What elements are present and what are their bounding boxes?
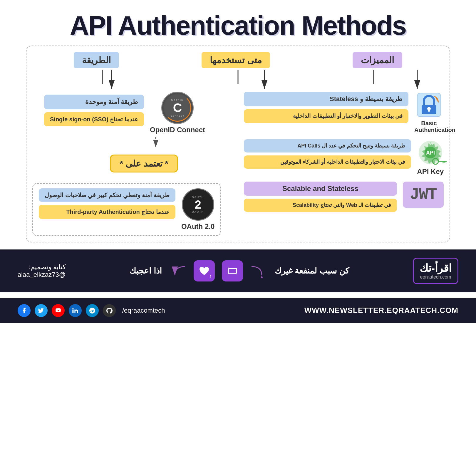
social-handle: /eqraacomtech xyxy=(122,307,165,314)
basic-auth-section: طريقة بسيطة و Stateless في بيئات التطوير… xyxy=(244,92,444,133)
facebook-icon[interactable] xyxy=(18,304,31,317)
like-count: 1 xyxy=(209,274,212,279)
col-advantage-header: المميزات xyxy=(353,52,402,68)
jwt-display: JWT xyxy=(403,182,444,208)
openid-advantage-box: طريقة آمنة وموحدة xyxy=(44,95,144,110)
linkedin-icon[interactable] xyxy=(69,304,82,317)
api-key-label: API Key xyxy=(417,167,444,176)
arrow-to-repost-svg xyxy=(250,264,268,278)
openid-info-boxes: طريقة آمنة وموحدة عندما تحتاج Single sig… xyxy=(44,95,144,127)
oauth-icon: OAUTH 2 OAUTH xyxy=(182,188,214,221)
api-key-section: طريقة بسيطة وتتيح التحكم في عدد ال API C… xyxy=(244,139,444,176)
api-key-key-svg xyxy=(432,157,447,166)
footer-bar: /eqraacomtech WWW.NEWSLETTER.EQRAATECH.C… xyxy=(0,298,476,323)
heart-svg xyxy=(199,266,209,276)
col-when-header: متى تستخدمها xyxy=(202,52,270,68)
basic-auth-info-boxes: طريقة بسيطة و Stateless في بيئات التطوير… xyxy=(244,92,408,123)
api-key-when-box: في بيئات الاختبار والتطبيقات الداخلية أو… xyxy=(244,155,411,169)
cta-share-text: كن سبب لمنفعة غيرك xyxy=(275,266,349,276)
header: API Authentication Methods xyxy=(0,0,476,46)
oauth-number: 2 xyxy=(195,199,201,210)
basic-auth-icon-col: Basic Authentication xyxy=(414,92,444,133)
right-column: طريقة بسيطة و Stateless في بيئات التطوير… xyxy=(244,92,444,236)
jwt-info-boxes: Scalable and Stateless في تطبيقات الـ We… xyxy=(244,182,397,212)
header-arrows-svg xyxy=(32,70,444,93)
cta-section: كتابة وتصميم: @alaa_elkzaz73 اذا اعجبك xyxy=(0,249,476,292)
oauth-section: طريقة آمنة وتعطي تحكم كبير في صلاحيات ال… xyxy=(39,188,214,231)
jwt-icon-col: JWT xyxy=(403,182,444,208)
openid-icon-col: OpenID C CONNECT OpenID Connect xyxy=(150,92,205,134)
left-column: طريقة آمنة وموحدة عندما تحتاج Single sig… xyxy=(32,92,232,236)
credit-area: كتابة وتصميم: @alaa_elkzaz73 xyxy=(18,263,66,279)
diagram-section: الطريقة متى تستخدمها المميزات xyxy=(0,46,476,242)
repost-icon-box[interactable] xyxy=(222,260,243,281)
github-icon[interactable] xyxy=(103,304,116,317)
brand-box: اقرأ-تك eqraatech.com xyxy=(413,258,458,284)
column-headers: الطريقة متى تستخدمها المميزات xyxy=(32,52,444,68)
svg-text:API: API xyxy=(426,150,435,156)
depends-on-container: * تعتمد على * xyxy=(56,149,232,178)
youtube-icon[interactable] xyxy=(52,304,65,317)
openid-label: OpenID Connect xyxy=(150,126,205,134)
oauth-label: OAuth 2.0 xyxy=(181,222,214,231)
page-title: API Authentication Methods xyxy=(6,12,470,40)
basic-auth-advantage-box: طريقة بسيطة و Stateless xyxy=(244,92,408,107)
brand-name: اقرأ-تك xyxy=(420,262,452,274)
api-key-icon-col: API API Key xyxy=(417,139,444,176)
oauth-bottom-word: OAUTH xyxy=(192,210,204,213)
col-method-header: الطريقة xyxy=(74,52,119,68)
social-icons-area: /eqraacomtech xyxy=(18,304,165,317)
oauth-info-boxes: طريقة آمنة وتعطي تحكم كبير في صلاحيات ال… xyxy=(39,188,175,219)
api-key-info-boxes: طريقة بسيطة وتتيح التحكم في عدد ال API C… xyxy=(244,139,411,169)
heart-icon-box[interactable]: 1 xyxy=(194,260,215,281)
credit-handle: @alaa_elkzaz73 xyxy=(18,271,66,279)
openid-when-box: عندما تحتاج Single sign-on (SSO) xyxy=(44,112,144,126)
basic-auth-lock-icon xyxy=(416,92,442,118)
jwt-section: Scalable and Stateless في تطبيقات الـ We… xyxy=(244,182,444,212)
oauth-dashed-box: طريقة آمنة وتعطي تحكم كبير في صلاحيات ال… xyxy=(32,183,221,236)
main-dashed-box: الطريقة متى تستخدمها المميزات xyxy=(26,46,450,242)
api-key-advantage-box: طريقة بسيطة وتتيح التحكم في عدد ال API C… xyxy=(244,139,411,152)
telegram-icon[interactable] xyxy=(86,304,99,317)
footer-website: WWW.NEWSLETTER.EQRAATECH.COM xyxy=(304,306,458,315)
svg-rect-11 xyxy=(428,109,430,112)
oauth-advantage-box: طريقة آمنة وتعطي تحكم كبير في صلاحيات ال… xyxy=(39,188,175,202)
dashed-arrow-container xyxy=(32,137,232,149)
cta-middle: اذا اعجبك 1 xyxy=(129,260,349,281)
repost-svg xyxy=(227,266,238,276)
twitter-icon[interactable] xyxy=(35,304,48,317)
depends-on-box: * تعتمد على * xyxy=(110,155,178,172)
basic-auth-when-box: في بيئات التطوير والاختبار أو التطبيقات … xyxy=(244,109,408,123)
cta-like-text: اذا اعجبك xyxy=(129,266,162,276)
openid-section: طريقة آمنة وموحدة عندما تحتاج Single sig… xyxy=(44,92,232,134)
openid-c-letter: C xyxy=(173,101,182,115)
oauth-when-box: عندما تحتاج Third-party Authentication xyxy=(39,205,175,219)
jwt-when-box: في تطبيقات الـ Web والتي تحتاج Scalabili… xyxy=(244,199,397,212)
openid-icon: OpenID C CONNECT xyxy=(161,92,194,124)
api-key-icon: API xyxy=(417,139,444,166)
main-container: API Authentication Methods الطريقة متى ت… xyxy=(0,0,476,476)
basic-auth-label: Basic Authentication xyxy=(414,120,444,133)
jwt-advantage-box: Scalable and Stateless xyxy=(244,182,397,196)
brand-url: eqraatech.com xyxy=(420,274,452,280)
arrow-to-heart-svg xyxy=(169,264,187,278)
svg-point-15 xyxy=(433,158,438,164)
dashed-arrow-svg xyxy=(147,137,165,149)
oauth-icon-col: OAUTH 2 OAUTH OAuth 2.0 xyxy=(181,188,214,231)
credit-label: كتابة وتصميم: xyxy=(18,263,66,271)
main-content-row: طريقة آمنة وموحدة عندما تحتاج Single sig… xyxy=(32,92,444,236)
